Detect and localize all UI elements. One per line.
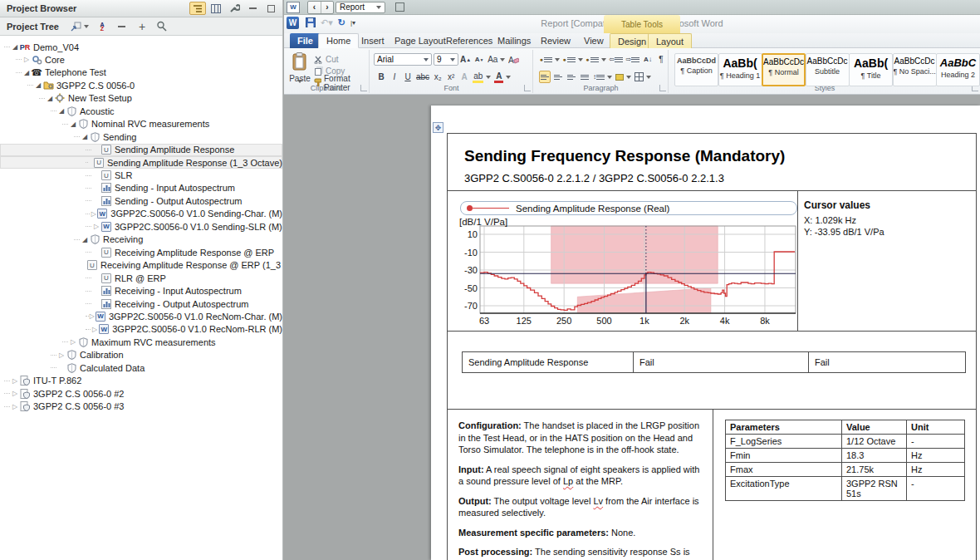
shading-button[interactable]: [615, 71, 632, 83]
tree-item-3gpp2-c-s-0056-0-2[interactable]: ▷3GPP2 C.S 0056-0 #2: [0, 387, 282, 400]
expand-all-button[interactable]: +: [135, 19, 149, 34]
justify-button[interactable]: [579, 71, 590, 83]
tree-collapsed-arrow-icon[interactable]: ▷: [11, 390, 19, 397]
decrease-indent-button[interactable]: ⇦: [608, 53, 623, 66]
underline-button[interactable]: U: [402, 71, 414, 83]
tree-collapsed-arrow-icon[interactable]: ▷: [57, 351, 66, 359]
highlight-button[interactable]: ab: [472, 71, 492, 83]
superscript-button[interactable]: x²: [445, 71, 457, 83]
tree-collapsed-arrow-icon[interactable]: ▷: [91, 326, 98, 333]
multilevel-list-button[interactable]: ●: [586, 53, 607, 66]
collapse-all-button[interactable]: [115, 19, 129, 34]
shrink-font-button[interactable]: A▼: [473, 53, 485, 66]
tree-expanded-arrow-icon[interactable]: ◢: [57, 107, 66, 115]
tree-item-sending[interactable]: ◢Sending: [0, 130, 282, 143]
tree-item-rlr-erp[interactable]: URLR @ ERP: [0, 272, 282, 284]
document-page[interactable]: ✥ Sending Frequency Response (Mandatory)…: [431, 106, 980, 560]
increase-indent-button[interactable]: ⇨: [625, 53, 640, 66]
tree-item-sending-input-autospectrum[interactable]: Sending - Input Autospectrum: [0, 182, 282, 194]
tree-item-telephone-test[interactable]: ◢☎Telephone Test: [0, 66, 282, 79]
line-spacing-button[interactable]: ↕: [592, 71, 613, 83]
back-button[interactable]: ‹: [308, 2, 321, 13]
style-heading-2[interactable]: AaBbCHeading 2: [936, 53, 980, 86]
tree-item-receiving[interactable]: ◢Receiving: [0, 233, 282, 246]
tree-expanded-arrow-icon[interactable]: ◢: [34, 81, 42, 89]
tab-review[interactable]: Review: [533, 33, 578, 48]
tree-expanded-arrow-icon[interactable]: ◢: [69, 120, 77, 128]
window-mode-button[interactable]: [395, 2, 404, 12]
table-move-handle[interactable]: ✥: [433, 122, 443, 133]
numbering-button[interactable]: ●: [562, 53, 584, 66]
pilcrow-button[interactable]: ¶: [655, 53, 667, 66]
tree-item-nominal-rvc-measurements[interactable]: ◢Nominal RVC measurements: [0, 118, 282, 130]
tree-expanded-arrow-icon[interactable]: ◢: [22, 69, 31, 76]
search-button[interactable]: [155, 19, 169, 34]
tree-item-demo-v04[interactable]: ◢PRDemo_V04: [0, 41, 282, 53]
tree-item-sending-amplitude-response-1-3-octave[interactable]: USending Amplitude Response (1_3 Octave): [0, 156, 282, 169]
tree-item-3gpp2c-s0056-0-v1-0-sending-slr-m[interactable]: ▷W3GPP2C.S0056-0 V1.0 Sending-SLR (M): [0, 220, 282, 233]
clipboard-dialog-launcher[interactable]: [360, 85, 367, 91]
tree-item-core[interactable]: ▷Core: [0, 53, 282, 66]
forward-button[interactable]: ›: [321, 2, 333, 13]
tree-collapsed-arrow-icon[interactable]: ▷: [91, 210, 96, 218]
tree-item-receiving-output-autospectrum[interactable]: Receiving - Output Autospectrum: [0, 297, 282, 310]
style-heading-1[interactable]: AaBb(¶ Heading 1: [718, 53, 762, 86]
tree-view-button[interactable]: [189, 2, 206, 15]
settings-button[interactable]: [226, 2, 243, 15]
tab-home[interactable]: Home: [318, 33, 359, 48]
tree-item-3gpp2-c-s-0056-0-3[interactable]: ▷3GPP2 C.S 0056-0 #3: [0, 400, 282, 413]
link-to-selection-button[interactable]: [71, 19, 89, 34]
style-no-spaci[interactable]: AaBbCcDc¶ No Spaci...: [893, 53, 937, 86]
font-dialog-launcher[interactable]: [524, 85, 531, 91]
align-right-button[interactable]: [566, 71, 577, 83]
tree-item-sending-output-autospectrum[interactable]: Sending - Output Autospectrum: [0, 194, 282, 207]
tree-item-maximum-rvc-measurements[interactable]: ▷Maximum RVC measurements: [0, 336, 282, 348]
tree-item-receiving-amplitude-response-erp-1-3-octave[interactable]: UReceiving Amplitude Response @ ERP (1_3…: [0, 259, 282, 272]
tab-layout[interactable]: Layout: [648, 33, 692, 48]
tree-collapsed-arrow-icon[interactable]: ▷: [11, 403, 19, 410]
tree-item-3gpp2-c-s-0056-0[interactable]: ◢3GPP2 C.S 0056-0: [0, 79, 282, 91]
tree-item-new-test-setup[interactable]: ◢New Test Setup: [0, 92, 282, 105]
bullets-button[interactable]: ●: [539, 53, 561, 66]
style-caption[interactable]: AaBbCcDd¶ Caption: [674, 53, 718, 86]
tree-expanded-arrow-icon[interactable]: ◢: [11, 43, 19, 51]
panel-maximize-button[interactable]: [262, 2, 279, 15]
borders-button[interactable]: [634, 71, 652, 83]
font-color-button[interactable]: A: [493, 71, 512, 83]
report-selector[interactable]: Report: [336, 2, 385, 13]
style-title[interactable]: AaBb(¶ Title: [849, 53, 893, 86]
tab-mailings[interactable]: Mailings: [490, 33, 538, 48]
tree-item-3gpp2c-s0056-0-v1-0-recnom-rlr-m[interactable]: ▷W3GPP2C.S0056-0 V1.0 RecNom-RLR (M): [0, 323, 282, 336]
text-effects-button[interactable]: A: [458, 71, 470, 83]
align-center-button[interactable]: [552, 71, 564, 83]
tree-item-3gpp2c-s0056-0-v1-0-recnom-char-m[interactable]: ▷W3GPP2C.S0056-0 V1.0 RecNom-Char. (M): [0, 310, 282, 322]
font-family-combo[interactable]: Arial: [374, 53, 432, 66]
tree-item-sending-amplitude-response[interactable]: USending Amplitude Response: [0, 144, 282, 156]
paragraph-dialog-launcher[interactable]: [659, 85, 666, 91]
report-doc-icon[interactable]: W: [287, 2, 300, 13]
style-subtitle[interactable]: AaBbCcDcSubtitle: [806, 53, 850, 86]
grow-font-button[interactable]: A▲: [459, 53, 472, 66]
tree-item-receiving-amplitude-response-erp[interactable]: UReceiving Amplitude Response @ ERP: [0, 246, 282, 258]
style-normal[interactable]: AaBbCcDc¶ Normal: [762, 53, 806, 86]
cut-button[interactable]: Cut: [314, 54, 369, 65]
tree-item-3gpp2c-s0056-0-v1-0-sending-char-m[interactable]: ▷W3GPP2C.S0056-0 V1.0 Sending-Char. (M): [0, 208, 282, 220]
bold-button[interactable]: B: [375, 71, 387, 83]
strikethrough-button[interactable]: abc: [415, 71, 430, 83]
sort-button[interactable]: A↓: [642, 53, 654, 66]
align-left-button[interactable]: [539, 71, 551, 83]
tab-view[interactable]: View: [576, 33, 611, 48]
tree-expanded-arrow-icon[interactable]: ◢: [81, 133, 89, 140]
tree-item-calculated-data[interactable]: Calculated Data: [0, 361, 282, 374]
tree-expanded-arrow-icon[interactable]: ◢: [81, 236, 89, 243]
tab-file[interactable]: File: [290, 33, 321, 48]
tree-item-itu-t-p-862[interactable]: ▷ITU-T P.862: [0, 375, 282, 387]
italic-button[interactable]: I: [389, 71, 400, 83]
tab-insert[interactable]: Insert: [354, 33, 392, 48]
subscript-button[interactable]: x₂: [432, 71, 443, 83]
change-case-button[interactable]: Aa: [487, 53, 506, 66]
panel-minimize-button[interactable]: [244, 2, 261, 15]
tree-collapsed-arrow-icon[interactable]: ▷: [92, 223, 100, 230]
tree-collapsed-arrow-icon[interactable]: ▷: [22, 56, 31, 63]
tree-item-acoustic[interactable]: ◢Acoustic: [0, 105, 282, 117]
